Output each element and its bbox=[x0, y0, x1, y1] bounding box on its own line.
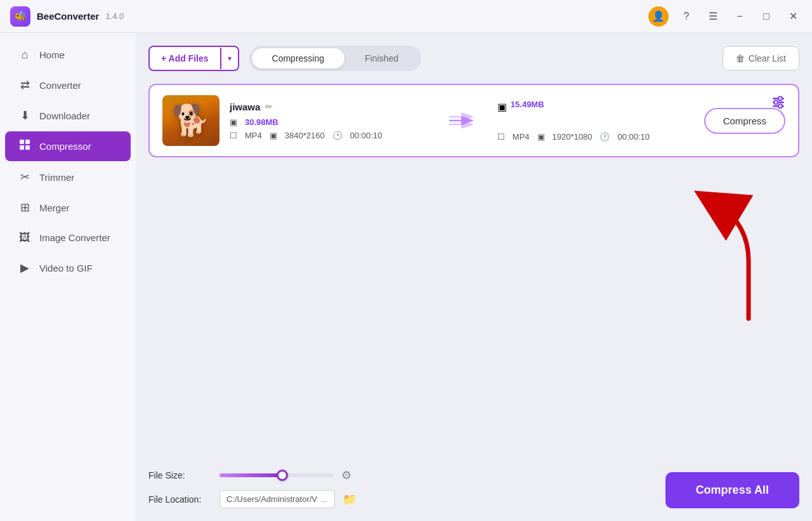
edit-icon[interactable]: ✏ bbox=[265, 102, 273, 112]
format-checkbox-icon: ☐ bbox=[230, 131, 237, 140]
clear-list-button[interactable]: 🗑 Clear List bbox=[723, 46, 799, 70]
output-size: 15.49MB bbox=[511, 100, 544, 109]
sidebar-item-downloader[interactable]: ⬇ Downloader bbox=[5, 101, 131, 130]
bottom-bar: File Size: ⚙ File Location: C:/Users/Adm… bbox=[148, 458, 799, 508]
file-location-label: File Location: bbox=[148, 494, 212, 505]
sidebar-item-trimmer[interactable]: ✂ Trimmer bbox=[5, 162, 131, 192]
titlebar-right: 👤 ? ☰ − □ ✕ bbox=[648, 6, 802, 27]
sidebar-item-image-converter[interactable]: 🖼 Image Converter bbox=[5, 223, 131, 252]
sidebar-item-label: Video to GIF bbox=[39, 263, 93, 274]
output-duration: 00:00:10 bbox=[617, 132, 650, 142]
main-layout: ⌂ Home ⇄ Converter ⬇ Downloader Compress… bbox=[0, 33, 812, 521]
app-version: 1.4.0 bbox=[105, 11, 124, 21]
file-input-info: jiwawa ✏ ▣ 30.98MB ☐ MP4 ▣ 3840*2160 🕐 0… bbox=[230, 102, 426, 140]
output-file-icon: ▣ bbox=[497, 101, 507, 113]
card-settings bbox=[766, 95, 785, 112]
input-resolution: 3840*2160 bbox=[285, 131, 325, 140]
video-to-gif-icon: ▶ bbox=[18, 261, 32, 275]
file-size-label: File Size: bbox=[148, 470, 212, 480]
tab-finished[interactable]: Finished bbox=[344, 48, 419, 69]
slider-track bbox=[219, 473, 334, 477]
file-thumbnail bbox=[162, 95, 219, 146]
output-format: MP4 bbox=[513, 132, 530, 142]
topbar: + Add Files ▾ Compressing Finished 🗑 Cle… bbox=[148, 46, 799, 71]
app-name: BeeConverter bbox=[37, 11, 99, 22]
location-input[interactable]: C:/Users/Administrator/V ... bbox=[219, 490, 335, 508]
add-files-main-button[interactable]: + Add Files bbox=[150, 47, 220, 70]
trash-icon: 🗑 bbox=[736, 53, 745, 63]
svg-rect-0 bbox=[20, 140, 24, 144]
image-converter-icon: 🖼 bbox=[18, 231, 32, 244]
app-icon: 🐝 bbox=[10, 6, 30, 27]
file-size-row: File Size: ⚙ bbox=[148, 468, 357, 482]
add-files-button[interactable]: + Add Files ▾ bbox=[148, 46, 239, 71]
sidebar-item-label: Trimmer bbox=[39, 172, 74, 183]
input-size: 30.98MB bbox=[245, 117, 278, 127]
compressor-icon bbox=[18, 139, 32, 154]
svg-point-10 bbox=[778, 96, 782, 100]
file-output-meta: ☐ MP4 ▣ 1920*1080 🕐 00:00:10 bbox=[497, 132, 694, 142]
titlebar: 🐝 BeeConverter 1.4.0 👤 ? ☰ − □ ✕ bbox=[0, 0, 812, 33]
output-resolution: 1920*1080 bbox=[553, 132, 593, 142]
sidebar-item-home[interactable]: ⌂ Home bbox=[5, 41, 131, 69]
file-name: jiwawa bbox=[230, 102, 260, 112]
add-files-dropdown-button[interactable]: ▾ bbox=[220, 48, 238, 69]
input-duration: 00:00:10 bbox=[350, 131, 383, 140]
trimmer-icon: ✂ bbox=[18, 170, 32, 184]
content-area: + Add Files ▾ Compressing Finished 🗑 Cle… bbox=[136, 33, 812, 521]
resolution-icon: ▣ bbox=[270, 131, 277, 140]
file-name-row: jiwawa ✏ bbox=[230, 102, 426, 112]
sidebar-item-label: Merger bbox=[39, 202, 70, 213]
sidebar-item-converter[interactable]: ⇄ Converter bbox=[5, 70, 131, 100]
slider-thumb[interactable] bbox=[277, 470, 288, 481]
location-dots[interactable]: ... bbox=[321, 494, 328, 504]
size-slider[interactable] bbox=[219, 473, 334, 477]
location-value: C:/Users/Administrator/V bbox=[226, 494, 317, 504]
file-location-row: File Location: C:/Users/Administrator/V … bbox=[148, 490, 357, 508]
tab-compressing[interactable]: Compressing bbox=[252, 48, 344, 69]
sidebar-item-label: Home bbox=[39, 49, 65, 60]
input-format: MP4 bbox=[245, 131, 262, 140]
sidebar-item-compressor[interactable]: Compressor bbox=[5, 131, 131, 161]
merger-icon: ⊞ bbox=[18, 201, 32, 214]
tab-group: Compressing Finished bbox=[249, 46, 421, 71]
close-button[interactable]: ✕ bbox=[784, 8, 802, 25]
sidebar-item-merger[interactable]: ⊞ Merger bbox=[5, 193, 131, 222]
sidebar-item-label: Converter bbox=[39, 80, 81, 91]
output-format-checkbox: ☐ bbox=[497, 132, 505, 142]
home-icon: ⌂ bbox=[18, 48, 32, 62]
output-resolution-icon: ▣ bbox=[537, 132, 545, 142]
avatar[interactable]: 👤 bbox=[648, 6, 669, 27]
clear-list-label: Clear List bbox=[749, 53, 786, 63]
titlebar-left: 🐝 BeeConverter 1.4.0 bbox=[10, 6, 124, 27]
bottom-left: File Size: ⚙ File Location: C:/Users/Adm… bbox=[148, 468, 357, 508]
folder-icon[interactable]: 📁 bbox=[343, 492, 357, 506]
sidebar: ⌂ Home ⇄ Converter ⬇ Downloader Compress… bbox=[0, 33, 136, 521]
clock-icon: 🕐 bbox=[332, 131, 343, 140]
svg-rect-2 bbox=[20, 145, 24, 150]
svg-rect-1 bbox=[25, 140, 30, 144]
sidebar-item-video-to-gif[interactable]: ▶ Video to GIF bbox=[5, 253, 131, 282]
sidebar-item-label: Image Converter bbox=[39, 232, 110, 243]
file-output-info: ▣ 15.49MB ☐ MP4 ▣ 1920*1080 🕐 00:00:10 bbox=[497, 100, 694, 142]
convert-arrow bbox=[436, 113, 487, 128]
svg-point-12 bbox=[778, 104, 782, 108]
help-button[interactable]: ? bbox=[678, 8, 695, 25]
menu-button[interactable]: ☰ bbox=[704, 8, 722, 25]
compress-all-button[interactable]: Compress All bbox=[665, 472, 799, 508]
svg-rect-3 bbox=[25, 145, 30, 150]
output-clock-icon: 🕐 bbox=[599, 132, 610, 142]
converter-icon: ⇄ bbox=[18, 78, 32, 92]
gear-icon[interactable]: ⚙ bbox=[341, 468, 351, 482]
svg-point-11 bbox=[774, 100, 778, 104]
maximize-button[interactable]: □ bbox=[757, 8, 775, 25]
downloader-icon: ⬇ bbox=[18, 109, 32, 122]
file-input-format-meta: ☐ MP4 ▣ 3840*2160 🕐 00:00:10 bbox=[230, 131, 426, 140]
sidebar-item-label: Compressor bbox=[39, 141, 91, 152]
sidebar-item-label: Downloader bbox=[39, 110, 90, 121]
card-settings-button[interactable] bbox=[771, 95, 785, 112]
minimize-button[interactable]: − bbox=[731, 8, 749, 25]
annotation-arrow bbox=[691, 185, 780, 325]
file-input-meta: ▣ 30.98MB bbox=[230, 117, 426, 127]
file-icon: ▣ bbox=[230, 117, 237, 127]
